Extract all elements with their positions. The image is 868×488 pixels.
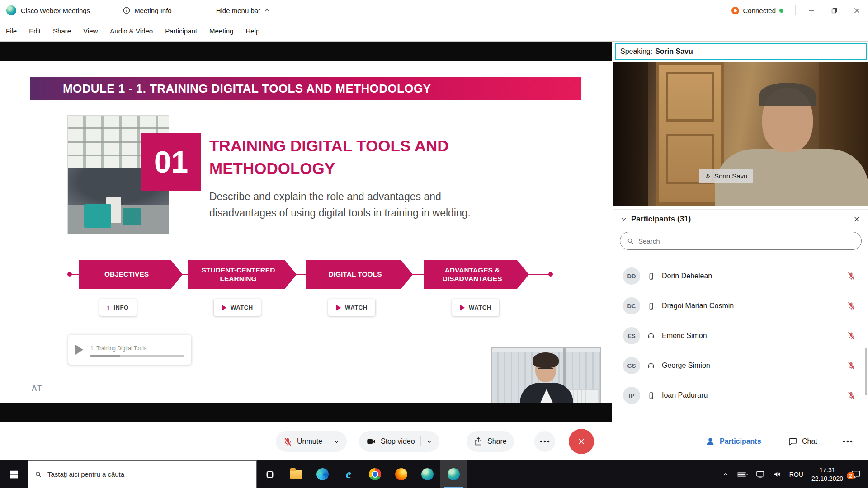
collapse-chevron-icon[interactable] [620,216,627,222]
search-icon [34,470,42,479]
speaking-name: Sorin Savu [655,47,693,56]
connection-status[interactable]: Connected [731,7,783,14]
chevron-down-icon[interactable] [334,439,340,445]
maximize-button[interactable] [823,0,845,21]
volume-icon[interactable] [773,470,781,478]
player-play-icon [75,345,83,355]
webex-app-icon[interactable] [414,460,440,488]
unmute-button[interactable]: Unmute [276,431,347,452]
avatar: ES [623,327,640,344]
menu-share[interactable]: Share [53,27,71,35]
action-center-button[interactable]: 2 [851,470,861,479]
phone-icon [646,272,656,280]
meeting-info-label: Meeting Info [134,7,172,14]
search-input[interactable] [638,237,855,245]
participant-row[interactable]: GS George Simion [613,351,868,380]
battery-icon[interactable] [737,472,748,477]
participant-search-box [620,232,862,250]
windows-taskbar: e ROU 17:31 22.10.2020 2 [0,460,868,488]
meeting-info-button[interactable]: Meeting Info [123,6,172,14]
mic-on-icon [704,173,711,179]
self-view-video-tile[interactable] [491,347,601,403]
tray-chevron-up-icon[interactable] [722,471,729,478]
more-options-button[interactable] [534,431,555,452]
active-speaker-video[interactable]: Sorin Savu [613,62,868,206]
participants-panel-title: Participants (31) [631,215,691,224]
slide-title: TRAINING DIGITAL TOOLS AND METHODOLOGY [209,135,485,179]
start-button[interactable] [0,460,28,488]
webex-logo-icon [6,5,16,15]
close-panel-icon[interactable] [853,216,860,223]
menu-edit[interactable]: Edit [29,27,41,35]
slide-description: Describe and explain the role and advant… [209,189,471,221]
avatar: DD [623,267,640,285]
system-tray: ROU 17:31 22.10.2020 2 [722,466,868,483]
shared-content-stage: MODULE 1 - 1. TRAINING DIGITAL TOOLS AND… [0,42,612,422]
scrollbar-thumb[interactable] [865,348,867,395]
connected-label: Connected [743,7,776,14]
mic-muted-icon[interactable] [847,301,856,310]
clock-date: 22.10.2020 [811,474,843,483]
stop-video-label: Stop video [381,437,415,446]
menu-participant[interactable]: Participant [165,27,197,35]
chrome-browser-icon[interactable] [362,460,388,488]
mic-muted-icon[interactable] [847,331,856,340]
close-button[interactable] [845,0,868,21]
internet-explorer-icon[interactable]: e [335,460,362,488]
mic-muted-icon[interactable] [847,361,856,370]
network-icon[interactable] [756,470,764,479]
speaking-prefix: Speaking: [620,47,652,56]
video-name-tag: Sorin Savu [699,169,753,183]
leave-meeting-button[interactable] [569,429,594,454]
mic-muted-icon[interactable] [847,272,856,281]
play-icon [336,305,341,311]
language-indicator[interactable]: ROU [789,471,803,478]
mic-muted-icon[interactable] [847,391,856,400]
module-number: 01 [141,133,201,191]
participants-toggle-button[interactable]: Participants [705,431,761,452]
chat-label: Chat [802,437,817,446]
minimize-button[interactable] [800,0,823,21]
watch-button-advantages: WATCH [452,299,499,316]
right-panel: Speaking: Sorin Savu Sorin Savu Particip… [613,42,868,422]
watch-button-digital-tools: WATCH [328,299,375,316]
slide-footer-logo: AT [32,385,42,393]
participant-row[interactable]: DD Dorin Dehelean [613,261,868,291]
edge-browser-icon[interactable] [309,460,335,488]
camera-icon [366,436,376,446]
phone-icon [646,302,656,310]
player-dotted-line [90,343,184,343]
participant-row[interactable]: IP Ioan Paduraru [613,380,868,410]
search-icon [627,237,634,245]
stop-video-button[interactable]: Stop video [359,431,439,452]
participant-row[interactable]: ES Emeric Simon [613,321,868,351]
chat-icon [788,437,797,446]
hide-menu-bar-button[interactable]: Hide menu bar [216,7,270,14]
participant-row[interactable]: DC Dragoi Marian Cosmin [613,291,868,321]
menu-help[interactable]: Help [245,27,259,35]
firefox-browser-icon[interactable] [388,460,414,488]
phone-icon [646,392,656,399]
chevron-down-icon[interactable] [426,439,432,445]
notification-badge: 2 [847,472,854,479]
participant-name: Dragoi Marian Cosmin [662,302,840,310]
step-arrow-digital-tools: DIGITAL TOOLS [306,260,413,289]
share-button[interactable]: Share [467,431,514,452]
taskbar-search-input[interactable] [47,470,250,478]
step-arrow-advantages: ADVANTAGES & DISADVANTAGES [424,260,529,289]
participant-name: Ioan Paduraru [662,391,840,399]
task-view-button[interactable] [257,460,283,488]
menu-view[interactable]: View [83,27,98,35]
menu-file[interactable]: File [6,27,17,35]
app-title: Cisco Webex Meetings [21,7,90,14]
chat-toggle-button[interactable]: Chat [788,431,817,452]
webex-meeting-window-icon[interactable] [440,460,467,488]
more-panels-button[interactable] [837,431,858,452]
menu-meeting[interactable]: Meeting [209,27,233,35]
participant-name: George Simion [662,361,840,370]
info-icon: i [107,303,109,312]
clock[interactable]: 17:31 22.10.2020 [811,466,843,483]
file-explorer-icon[interactable] [283,460,309,488]
play-icon [222,305,226,311]
menu-audio-video[interactable]: Audio & Video [110,27,153,35]
